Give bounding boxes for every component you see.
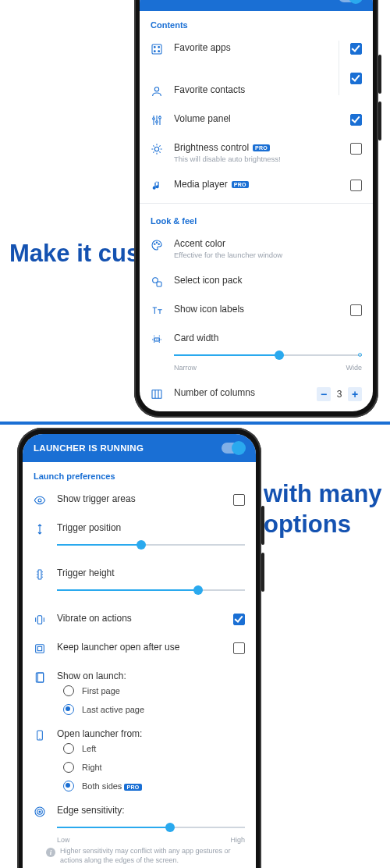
sliders-icon	[151, 114, 163, 126]
row-open-from: Open launcher from: Left Right Both side…	[23, 720, 256, 797]
label: Brightness controlPRO	[174, 142, 339, 153]
checkbox-volume-panel[interactable]	[350, 114, 362, 126]
svg-point-2	[158, 46, 160, 48]
music-note-icon	[151, 180, 163, 192]
sublabel: This will disable auto brightness!	[174, 155, 339, 163]
checkbox-media-player[interactable]	[350, 180, 362, 191]
label: Favorite contacts	[174, 84, 334, 95]
stepper-plus[interactable]: +	[348, 387, 362, 401]
label: Vibrate on actions	[57, 613, 222, 624]
label: Show trigger areas	[57, 493, 222, 504]
svg-rect-20	[36, 645, 44, 653]
slider-edge-sensitivity[interactable]	[57, 820, 245, 834]
row-trigger-position: Trigger position	[23, 514, 256, 560]
text-icon	[151, 304, 163, 317]
apps-grid-icon	[151, 43, 163, 55]
option-first-page[interactable]: First page	[57, 681, 245, 700]
radio[interactable]	[63, 704, 74, 715]
option-both-sides[interactable]: Both sides PRO	[57, 777, 245, 795]
row-card-width: Card width NarrowWide	[140, 325, 373, 379]
checkbox-brightness[interactable]	[350, 143, 362, 155]
row-icon-pack[interactable]: Select icon pack	[140, 267, 373, 296]
phone-side-button	[378, 101, 381, 141]
svg-rect-16	[152, 390, 161, 399]
stepper-value: 3	[335, 389, 343, 400]
checkbox-favorite-contacts[interactable]	[350, 73, 362, 84]
svg-rect-14	[157, 282, 161, 286]
running-toggle[interactable]	[222, 443, 245, 454]
header-title: LAUNCHER IS RUNNING	[151, 0, 261, 2]
radio[interactable]	[63, 743, 74, 754]
vibrate-icon	[34, 614, 46, 626]
section-launch-prefs: Launch preferences	[23, 462, 256, 486]
icon-pack-icon	[151, 276, 163, 288]
row-accent-color[interactable]: Accent color Effective for the launcher …	[140, 230, 373, 267]
checkbox-keep-open[interactable]	[233, 642, 245, 654]
info-icon: i	[46, 848, 55, 857]
eye-icon	[34, 494, 46, 507]
phone-frame-bottom: LAUNCHER IS RUNNING Launch preferences S…	[17, 428, 261, 868]
slider-trigger-height[interactable]	[57, 583, 245, 597]
label: Volume panel	[174, 113, 339, 124]
row-edge-sensitivity: Edge sensitivity: LowHigh	[23, 797, 256, 844]
label: Show icon labels	[174, 304, 339, 315]
row-brightness[interactable]: Brightness controlPRO This will disable …	[140, 134, 373, 171]
svg-point-10	[154, 244, 155, 244]
checkbox-favorite-apps[interactable]	[350, 43, 362, 55]
slider-trigger-position[interactable]	[57, 538, 245, 552]
width-icon	[151, 333, 163, 346]
stepper-columns: − 3 +	[317, 387, 362, 401]
header-bar: LAUNCHER IS RUNNING	[23, 434, 256, 462]
svg-point-7	[156, 121, 158, 123]
hint-text: Higher sensitivity may conflict with any…	[60, 847, 245, 865]
running-toggle[interactable]	[339, 0, 362, 2]
radio[interactable]	[63, 762, 74, 773]
label: Edge sensitivity:	[57, 805, 245, 816]
row-keep-open[interactable]: Keep launcher open after use	[23, 634, 256, 663]
label: Trigger position	[57, 522, 245, 533]
svg-rect-22	[36, 673, 43, 682]
header-title: LAUNCHER IS RUNNING	[34, 443, 144, 453]
slider-card-width[interactable]	[174, 348, 362, 362]
palette-icon	[151, 239, 163, 251]
svg-point-6	[153, 118, 155, 120]
keep-open-icon	[34, 642, 46, 655]
row-vibrate[interactable]: Vibrate on actions	[23, 605, 256, 634]
brightness-icon	[151, 143, 163, 155]
person-icon	[151, 85, 163, 98]
svg-point-9	[154, 147, 158, 151]
slider-max: Wide	[346, 364, 362, 372]
label: Select icon pack	[174, 275, 362, 286]
svg-point-5	[154, 87, 158, 91]
stepper-minus[interactable]: −	[317, 387, 331, 401]
svg-rect-23	[37, 673, 43, 682]
option-right[interactable]: Right	[57, 758, 245, 777]
page-icon	[34, 671, 46, 684]
checkbox-icon-labels[interactable]	[350, 304, 362, 316]
phone-side-button	[261, 506, 264, 545]
radio[interactable]	[63, 781, 74, 792]
divider	[140, 203, 373, 204]
svg-point-3	[154, 51, 155, 52]
checkbox-trigger-areas[interactable]	[233, 494, 245, 506]
layout-divider	[0, 422, 390, 425]
caption-bottom: with many options	[264, 479, 390, 540]
section-contents: Contents	[140, 11, 373, 34]
section-look-feel: Look & feel	[140, 207, 373, 230]
svg-point-1	[154, 46, 155, 48]
label: Show on launch:	[57, 671, 245, 681]
row-icon-labels[interactable]: Show icon labels	[140, 296, 373, 325]
position-icon	[34, 523, 46, 535]
row-trigger-height: Trigger height	[23, 560, 256, 605]
checkbox-vibrate[interactable]	[233, 614, 245, 625]
row-volume-panel[interactable]: Volume panel	[140, 105, 373, 134]
svg-rect-0	[152, 44, 161, 54]
option-left[interactable]: Left	[57, 739, 245, 758]
radio[interactable]	[63, 685, 74, 696]
row-show-on-launch: Show on launch: First page Last active p…	[23, 663, 256, 720]
row-media-player[interactable]: Media playerPRO	[140, 171, 373, 200]
hint-sensitivity: i Higher sensitivity may conflict with a…	[23, 844, 256, 868]
target-icon	[34, 806, 46, 818]
option-last-active[interactable]: Last active page	[57, 700, 245, 719]
row-show-trigger-areas[interactable]: Show trigger areas	[23, 486, 256, 514]
